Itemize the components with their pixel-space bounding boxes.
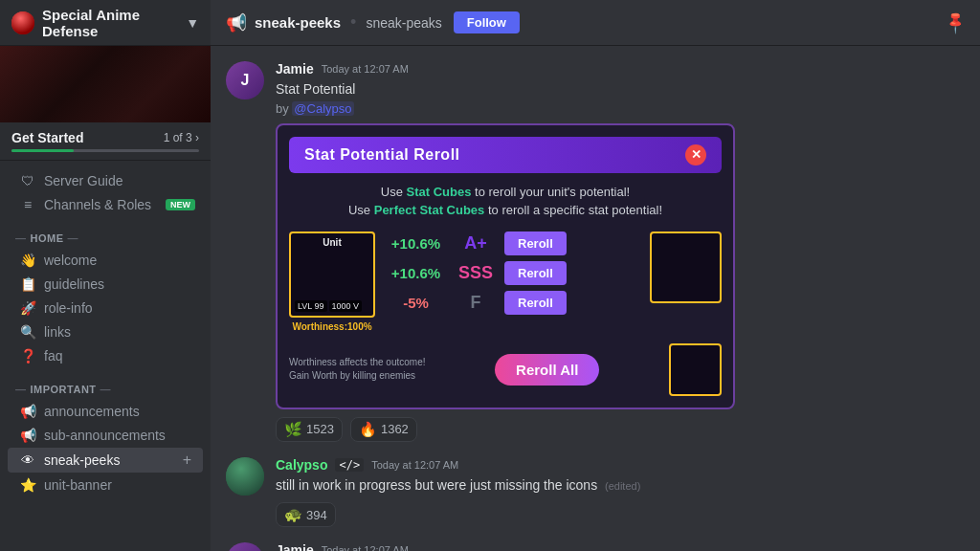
sidebar-item-faq[interactable]: ❓ faq bbox=[8, 344, 203, 367]
channel-header: 📢 sneak-peeks • sneak-peaks Follow 📌 bbox=[211, 0, 980, 46]
message-group-2: Calypso </> Today at 12:07 AM still in w… bbox=[226, 457, 965, 528]
rocket-icon: 🚀 bbox=[19, 300, 36, 316]
sidebar-item-label: Server Guide bbox=[44, 173, 195, 188]
get-started-section: Get Started 1 of 3 › bbox=[0, 122, 211, 161]
message-group-1: J Jamie Today at 12:07 AM Stat Potential… bbox=[226, 61, 965, 442]
perfect-stat-cubes-text: Perfect Stat Cubes bbox=[374, 203, 485, 217]
stat-percent-3: -5% bbox=[385, 292, 447, 314]
wave-icon: 👋 bbox=[19, 253, 36, 268]
server-name: Special Anime Defense bbox=[42, 7, 186, 39]
sidebar-item-guidelines[interactable]: 📋 guidelines bbox=[8, 273, 203, 296]
message-header-2: Calypso </> Today at 12:07 AM bbox=[276, 457, 965, 473]
new-badge: NEW bbox=[166, 199, 195, 210]
sidebar-item-sneak-peeks[interactable]: 👁 sneak-peeks + bbox=[8, 448, 203, 473]
message-content-1: Jamie Today at 12:07 AM Stat Potential b… bbox=[276, 61, 965, 442]
sidebar: Special Anime Defense ▼ Get Started 1 of… bbox=[0, 0, 211, 551]
sidebar-item-links[interactable]: 🔍 links bbox=[8, 320, 203, 343]
message-author-1: Jamie bbox=[276, 61, 314, 77]
worthiness-note: Worthiness affects the outcome! Gain Wor… bbox=[289, 356, 425, 383]
embed-close-button[interactable]: ✕ bbox=[685, 144, 706, 165]
reaction-turtle[interactable]: 🐢 394 bbox=[276, 502, 336, 527]
embed-description: Use Stat Cubes to reroll your unit's pot… bbox=[289, 183, 722, 220]
channel-header-name: sneak-peeks bbox=[255, 14, 341, 31]
sidebar-item-server-guide[interactable]: 🛡 Server Guide bbox=[8, 169, 203, 192]
embed-title: Stat Potential Reroll bbox=[304, 146, 460, 164]
message-author-3: Jamie bbox=[276, 542, 314, 551]
message-reactions-1: 🌿 1523 🔥 1362 bbox=[276, 417, 965, 442]
stats-section: +10.6% A+ Reroll +10.6% SSS Reroll bbox=[385, 231, 640, 320]
stat-row-1: +10.6% A+ Reroll bbox=[385, 231, 640, 255]
embed-bottom: Worthiness affects the outcome! Gain Wor… bbox=[289, 343, 722, 396]
progress-bar-fill bbox=[11, 149, 74, 152]
embed-title-bar: Stat Potential Reroll ✕ bbox=[289, 137, 722, 173]
server-header[interactable]: Special Anime Defense ▼ bbox=[0, 0, 211, 46]
plant-emoji-icon: 🌿 bbox=[284, 421, 302, 438]
eye-icon: 👁 bbox=[19, 452, 36, 468]
reroll-button-3[interactable]: Reroll bbox=[504, 291, 567, 315]
unit-box: Unit LVL 99 1000 V bbox=[289, 231, 375, 318]
message-text-1: Stat Potential bbox=[276, 80, 965, 99]
message-text-2: still in work in progress but were just … bbox=[276, 476, 965, 496]
sidebar-item-label: links bbox=[44, 324, 195, 340]
progress-bar bbox=[11, 149, 199, 152]
stat-percent-1: +10.6% bbox=[385, 232, 447, 254]
question-icon: ❓ bbox=[19, 348, 36, 364]
header-username: sneak-peaks bbox=[366, 15, 441, 31]
reaction-fire[interactable]: 🔥 1362 bbox=[350, 417, 417, 442]
add-icon[interactable]: + bbox=[179, 452, 195, 469]
messages-area: J Jamie Today at 12:07 AM Stat Potential… bbox=[211, 46, 980, 551]
stat-grade-2: SSS bbox=[453, 263, 499, 283]
unit-level: LVL 99 bbox=[295, 300, 327, 312]
message-group-3: J Jamie Today at 12:07 AM bbox=[226, 542, 965, 551]
follow-button[interactable]: Follow bbox=[454, 11, 520, 33]
section-important: — IMPORTANT — bbox=[0, 368, 211, 399]
stat-grade-3: F bbox=[453, 293, 499, 313]
worthiness-text: Worthiness:100% bbox=[292, 321, 371, 332]
stat-row-2: +10.6% SSS Reroll bbox=[385, 261, 640, 285]
server-banner bbox=[0, 46, 211, 122]
sidebar-item-sub-announcements[interactable]: 📢 sub-announcements bbox=[8, 424, 203, 447]
sidebar-item-welcome[interactable]: 👋 welcome bbox=[8, 249, 203, 272]
turtle-emoji-icon: 🐢 bbox=[284, 506, 302, 523]
get-started-label: Get Started bbox=[11, 130, 83, 145]
pin-icon[interactable]: 📌 bbox=[942, 10, 969, 36]
message-timestamp-3: Today at 12:07 AM bbox=[322, 544, 409, 551]
stat-percent-2: +10.6% bbox=[385, 262, 447, 284]
reaction-count-2: 1362 bbox=[381, 422, 409, 436]
avatar-jamie-3: J bbox=[226, 542, 264, 551]
message-header-1: Jamie Today at 12:07 AM bbox=[276, 61, 965, 77]
message-content-2: Calypso </> Today at 12:07 AM still in w… bbox=[276, 457, 965, 528]
avatar-jamie: J bbox=[226, 61, 264, 99]
sidebar-item-label: sub-announcements bbox=[44, 428, 195, 443]
sidebar-channels: 🛡 Server Guide ≡ Channels & Roles NEW — … bbox=[0, 161, 211, 551]
avatar-calypso bbox=[226, 457, 264, 496]
star-icon: ⭐ bbox=[19, 477, 36, 493]
sidebar-item-label: faq bbox=[44, 348, 195, 364]
sidebar-item-announcements[interactable]: 📢 announcements bbox=[8, 400, 203, 423]
sidebar-item-channels-roles[interactable]: ≡ Channels & Roles NEW bbox=[8, 193, 203, 216]
server-chevron-icon: ▼ bbox=[186, 15, 199, 31]
sidebar-item-unit-banner[interactable]: ⭐ unit-banner bbox=[8, 474, 203, 496]
stat-grade-1: A+ bbox=[453, 233, 499, 253]
reaction-plant[interactable]: 🌿 1523 bbox=[276, 417, 343, 442]
sidebar-item-label: announcements bbox=[44, 404, 195, 419]
sidebar-item-label: Channels & Roles bbox=[44, 197, 160, 212]
embed-body: Unit LVL 99 1000 V Worthiness:100% bbox=[289, 231, 722, 332]
channel-megaphone-icon: 📢 bbox=[226, 12, 247, 33]
stat-row-3: -5% F Reroll bbox=[385, 291, 640, 315]
code-tag: </> bbox=[335, 458, 364, 472]
stat-cubes-text: Stat Cubes bbox=[407, 185, 472, 199]
header-right: 📌 bbox=[946, 13, 965, 32]
reroll-button-2[interactable]: Reroll bbox=[504, 261, 567, 285]
sidebar-item-label: role-info bbox=[44, 300, 195, 316]
sidebar-item-role-info[interactable]: 🚀 role-info bbox=[8, 297, 203, 320]
reroll-button-1[interactable]: Reroll bbox=[504, 231, 567, 255]
unit-section: Unit LVL 99 1000 V Worthiness:100% bbox=[289, 231, 375, 332]
shield-icon: 🛡 bbox=[19, 173, 36, 188]
unit-box-bottom: LVL 99 1000 V bbox=[295, 300, 369, 312]
search-icon: 🔍 bbox=[19, 324, 36, 340]
reroll-all-button[interactable]: Reroll All bbox=[495, 354, 599, 386]
section-home: — HOME — bbox=[0, 217, 211, 248]
message-author-2: Calypso bbox=[276, 457, 327, 473]
edited-badge: (edited) bbox=[605, 480, 640, 492]
